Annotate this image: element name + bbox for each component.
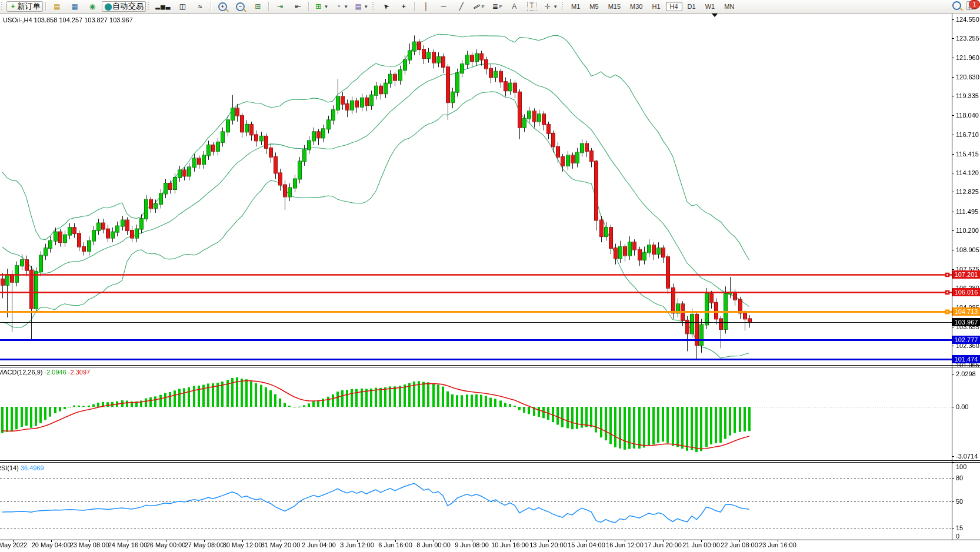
tile-windows-button[interactable]: ⊞ xyxy=(249,1,266,12)
macd-main-value: -2.0946 xyxy=(44,369,66,376)
symbol-title: USOil-,H4 xyxy=(3,16,32,24)
price-chart-canvas[interactable] xyxy=(0,0,980,552)
price-line-label: 103.967 xyxy=(952,318,980,326)
templates-icon: ▤ xyxy=(354,2,362,11)
crosshair-icon: + xyxy=(399,2,408,11)
toolbar-grip[interactable] xyxy=(1,2,4,11)
timeframe-d1[interactable]: D1 xyxy=(684,2,700,11)
toolbar-grip[interactable] xyxy=(372,2,375,11)
chart-shift-button[interactable]: ⇤ xyxy=(289,1,306,12)
arrows-icon: ✛ xyxy=(544,2,552,11)
timeframe-w1[interactable]: W1 xyxy=(701,2,719,11)
indicators-button[interactable]: ⊞▼ xyxy=(312,1,331,12)
chevron-down-icon: ▼ xyxy=(324,4,328,9)
autotrading-button[interactable]: ⬤ 自动交易 xyxy=(102,1,146,12)
candlestick-chart-button[interactable]: ◫ xyxy=(174,1,191,12)
horizontal-line-icon: ─ xyxy=(439,2,448,11)
price-line-label: 104.713 xyxy=(952,307,980,316)
price-line-label: 101.474 xyxy=(952,355,980,363)
market-watch-button[interactable]: ▤ xyxy=(49,1,65,12)
text-label-icon: T xyxy=(527,2,536,11)
chart-shift-icon: ⇤ xyxy=(294,2,302,11)
chart-shift-marker[interactable] xyxy=(711,13,718,17)
new-order-label: 新订单 xyxy=(17,1,41,12)
zoom-in-button[interactable]: + xyxy=(214,1,231,12)
vertical-line-button[interactable]: │ xyxy=(418,1,434,12)
price-line-label: 107.201 xyxy=(952,270,980,279)
search-icon[interactable] xyxy=(952,1,961,10)
market-watch-icon: ▤ xyxy=(53,2,61,11)
channel-button[interactable]: ∥E xyxy=(471,1,487,12)
comments-icon[interactable]: 1 xyxy=(966,1,976,10)
rsi-name: RSI(14) xyxy=(0,464,19,471)
text-button[interactable]: A xyxy=(506,1,522,12)
new-order-icon: + xyxy=(9,2,17,11)
vertical-line-icon: │ xyxy=(422,2,430,11)
toolbar: + 新订单 ▤ ▦ ◉ ⬤ 自动交易 ▂▅▃ ◫ ≈ + − ⊞ ⇥ ⇤ ⊞▼ … xyxy=(0,0,980,14)
macd-signal-value: -2.3097 xyxy=(68,369,90,376)
autotrading-icon: ⬤ xyxy=(104,2,112,11)
auto-scroll-button[interactable]: ⇥ xyxy=(272,1,288,12)
bar-chart-button[interactable]: ▂▅▃ xyxy=(153,1,173,12)
indicators-icon: ⊞ xyxy=(314,2,322,11)
bar-chart-icon: ▂▅▃ xyxy=(155,2,171,11)
new-order-button[interactable]: + 新订单 xyxy=(6,1,43,12)
rsi-value: 36.4969 xyxy=(21,464,44,471)
text-label-button[interactable]: T xyxy=(524,1,540,12)
chevron-down-icon: ▼ xyxy=(553,4,558,9)
cursor-button[interactable]: ➤ xyxy=(378,1,394,12)
timeframe-switcher: M1M5M15M30H1H4D1W1MN xyxy=(566,2,739,11)
price-line-label: 106.016 xyxy=(952,288,980,296)
timeframe-h4[interactable]: H4 xyxy=(666,2,682,11)
timeframe-h1[interactable]: H1 xyxy=(648,2,664,11)
timeframe-m5[interactable]: M5 xyxy=(585,2,602,11)
data-window-icon: ▦ xyxy=(71,2,79,11)
macd-label: MACD(12,26,9) -2.0946 -2.3097 xyxy=(0,369,90,376)
chevron-down-icon: ▼ xyxy=(364,4,368,9)
line-chart-icon: ≈ xyxy=(196,2,204,11)
chart-title: USOil-,H4 103.858 104.257 103.827 103.96… xyxy=(3,16,133,24)
horizontal-line-button[interactable]: ─ xyxy=(435,1,452,12)
zoom-out-icon: − xyxy=(236,2,245,11)
toolbar-grip[interactable] xyxy=(562,2,565,11)
fibonacci-icon: ≣ xyxy=(491,2,499,11)
trendline-button[interactable]: ╱ xyxy=(453,1,469,12)
line-chart-button[interactable]: ≈ xyxy=(192,1,208,12)
zoom-out-button[interactable]: − xyxy=(232,1,248,12)
candlestick-chart-icon: ◫ xyxy=(178,2,186,11)
macd-name: MACD(12,26,9) xyxy=(0,369,42,376)
tile-windows-icon: ⊞ xyxy=(254,2,262,11)
ohlc-values: 103.858 104.257 103.827 103.967 xyxy=(34,16,133,24)
notification-badge[interactable]: 1 xyxy=(969,0,980,9)
zoom-in-icon: + xyxy=(218,2,227,11)
rsi-label: RSI(14) 36.4969 xyxy=(0,464,44,471)
trendline-icon: ╱ xyxy=(457,2,465,11)
clock-icon: ◔ xyxy=(334,2,342,11)
periods-button[interactable]: ◔▼ xyxy=(332,1,351,12)
navigator-button[interactable]: ◉ xyxy=(84,1,101,12)
price-line-label: 102.777 xyxy=(952,336,980,344)
fibonacci-letter: F xyxy=(499,4,502,9)
cursor-icon: ➤ xyxy=(380,0,392,12)
timeframe-m1[interactable]: M1 xyxy=(567,2,584,11)
crosshair-button[interactable]: + xyxy=(395,1,412,12)
timeframe-m15[interactable]: M15 xyxy=(604,2,625,11)
timeframe-m30[interactable]: M30 xyxy=(626,2,646,11)
templates-button[interactable]: ▤▼ xyxy=(352,1,371,12)
text-icon: A xyxy=(510,2,518,11)
navigator-icon: ◉ xyxy=(88,2,96,11)
timeframe-mn[interactable]: MN xyxy=(720,2,738,11)
data-window-button[interactable]: ▦ xyxy=(66,1,83,12)
channel-icon: ∥ xyxy=(471,1,484,12)
auto-scroll-icon: ⇥ xyxy=(276,2,284,11)
chevron-down-icon: ▼ xyxy=(344,4,348,9)
arrows-button[interactable]: ✛▼ xyxy=(541,1,560,12)
fibonacci-button[interactable]: ≣F xyxy=(488,1,505,12)
autotrading-label: 自动交易 xyxy=(112,1,144,12)
toolbar-grip[interactable] xyxy=(148,2,151,11)
